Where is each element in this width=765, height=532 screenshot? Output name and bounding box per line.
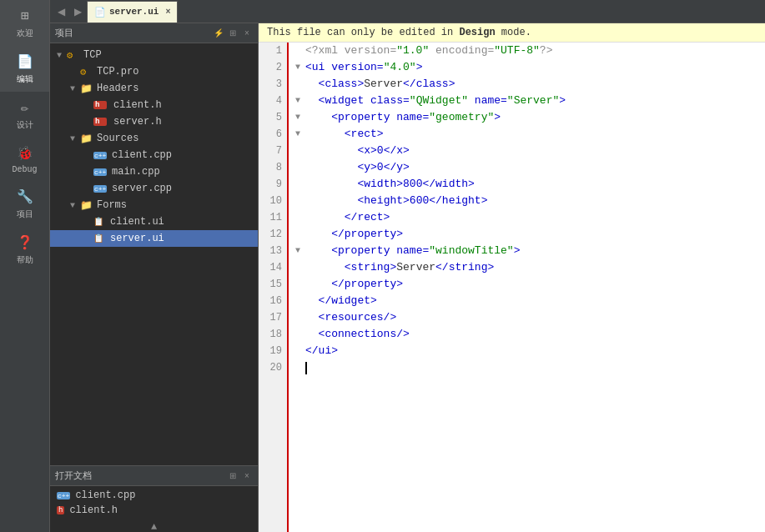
tree-node-server-ui[interactable]: 📋 server.ui xyxy=(50,230,258,247)
tree-node-client-ui[interactable]: 📋 client.ui xyxy=(50,213,258,230)
file-tree-panel: 项目 ⚡ ⊞ × ▼ ⚙ TCP ⚙ TCP.pro xyxy=(50,23,259,532)
code-line-8: <y>0</y> xyxy=(295,159,758,176)
sidebar-item-edit[interactable]: 📄 编辑 xyxy=(0,46,49,92)
sources-label: Sources xyxy=(97,133,138,144)
main-area: ◀ ▶ 📄 server.ui × 项目 ⚡ ⊞ × ▼ ⚙ xyxy=(50,0,765,532)
ln-12: 12 xyxy=(259,226,287,243)
file-tree: ▼ ⚙ TCP ⚙ TCP.pro ▼ 📁 Headers xyxy=(50,43,258,465)
code-line-19: </ui> xyxy=(295,343,758,359)
code-line-12: </property> xyxy=(295,226,758,243)
line-numbers: 1 2 3 4 5 6 7 8 9 10 11 12 13 14 15 16 1 xyxy=(259,43,289,532)
tree-node-client-cpp[interactable]: c++ client.cpp xyxy=(50,147,258,163)
code-line-5: ▼ <property name="geometry"> xyxy=(295,109,758,126)
tab-close-button[interactable]: × xyxy=(165,8,170,17)
main-cpp-label: main.cpp xyxy=(112,166,160,178)
sources-icon: 📁 xyxy=(80,133,93,145)
panel-controls: ⚡ ⊞ × xyxy=(213,28,253,39)
panel-title: 项目 xyxy=(55,27,73,39)
open-docs-controls: ⊞ × xyxy=(227,470,253,482)
tree-node-server-h[interactable]: h server.h xyxy=(50,113,258,130)
tcp-label: TCP xyxy=(83,49,102,61)
code-line-15: </property> xyxy=(295,276,758,293)
sidebar-item-help[interactable]: ❓ 帮助 xyxy=(0,227,49,273)
ln-16: 16 xyxy=(259,293,287,309)
main-cpp-icon: c++ xyxy=(93,168,107,176)
ln-2: 2 xyxy=(259,59,287,76)
forms-icon: 📁 xyxy=(80,199,93,212)
code-line-6: ▼ <rect> xyxy=(295,126,758,143)
open-docs-title: 打开文档 xyxy=(55,469,92,482)
welcome-icon: ⊞ xyxy=(16,7,34,25)
headers-label: Headers xyxy=(97,83,138,94)
ln-10: 10 xyxy=(259,193,287,209)
sidebar-item-project[interactable]: 🔧 项目 xyxy=(0,181,49,227)
open-docs-close[interactable]: × xyxy=(241,470,253,482)
tree-node-tcp-pro[interactable]: ⚙ TCP.pro xyxy=(50,63,258,80)
ln-5: 5 xyxy=(259,109,287,126)
client-ui-label: client.ui xyxy=(110,216,164,228)
tab-nav-back[interactable]: ◀ xyxy=(53,4,68,19)
code-line-7: <x>0</x> xyxy=(295,143,758,159)
open-docs-header: 打开文档 ⊞ × xyxy=(50,466,258,486)
editor-area: This file can only be edited in Design m… xyxy=(259,23,765,532)
code-editor[interactable]: 1 2 3 4 5 6 7 8 9 10 11 12 13 14 15 16 1 xyxy=(259,43,765,532)
headers-icon: 📁 xyxy=(80,83,93,95)
client-ui-icon: 📋 xyxy=(93,217,107,227)
sidebar-label-debug: Debug xyxy=(12,165,37,174)
client-cpp-doc-label: client.cpp xyxy=(75,489,135,501)
panel-expand-btn[interactable]: ⊞ xyxy=(227,28,239,39)
client-cpp-doc-icon: c++ xyxy=(57,492,70,499)
tree-node-client-h[interactable]: h client.h xyxy=(50,97,258,113)
code-line-13: ▼ <property name="windowTitle"> xyxy=(295,243,758,259)
tree-node-main-cpp[interactable]: c++ main.cpp xyxy=(50,163,258,180)
open-doc-client-cpp[interactable]: c++ client.cpp xyxy=(57,488,251,503)
code-line-2: ▼ <ui version="4.0"> xyxy=(295,59,758,76)
tab-bar: ◀ ▶ 📄 server.ui × xyxy=(50,0,765,23)
open-docs-expand[interactable]: ⊞ xyxy=(227,470,239,482)
ln-7: 7 xyxy=(259,143,287,159)
code-line-14: <string>Server</string> xyxy=(295,259,758,276)
panel-filter-btn[interactable]: ⚡ xyxy=(213,28,224,39)
ln-9: 9 xyxy=(259,176,287,193)
client-cpp-label: client.cpp xyxy=(112,149,172,161)
client-h-doc-label: client.h xyxy=(69,504,118,516)
code-line-1: <?xml version="1.0" encoding="UTF-8"?> xyxy=(295,43,758,59)
panel-close-btn[interactable]: × xyxy=(241,28,253,39)
ln-14: 14 xyxy=(259,259,287,276)
help-icon: ❓ xyxy=(16,233,34,252)
tcp-icon: ⚙ xyxy=(67,49,80,62)
sidebar-item-design[interactable]: ✏️ 设计 xyxy=(0,92,49,138)
open-doc-client-h[interactable]: h client.h xyxy=(57,503,251,518)
open-docs-panel: 打开文档 ⊞ × c++ client.cpp h client.h xyxy=(50,465,258,532)
ln-1: 1 xyxy=(259,43,287,59)
ln-11: 11 xyxy=(259,209,287,226)
tree-node-forms[interactable]: ▼ 📁 Forms xyxy=(50,197,258,213)
tab-nav-forward[interactable]: ▶ xyxy=(70,4,85,19)
code-content: <?xml version="1.0" encoding="UTF-8"?> ▼… xyxy=(289,43,765,532)
tab-label: server.ui xyxy=(109,7,159,17)
sidebar-label-design: 设计 xyxy=(17,119,33,131)
ln-19: 19 xyxy=(259,343,287,359)
tree-node-headers[interactable]: ▼ 📁 Headers xyxy=(50,80,258,97)
sidebar-item-debug[interactable]: 🐞 Debug xyxy=(0,138,49,181)
ln-20: 20 xyxy=(259,359,287,376)
debug-icon: 🐞 xyxy=(16,144,34,163)
ln-6: 6 xyxy=(259,126,287,143)
tree-node-sources[interactable]: ▼ 📁 Sources xyxy=(50,130,258,147)
tree-node-server-cpp[interactable]: c++ server.cpp xyxy=(50,180,258,197)
banner-text-before: This file can only be edited in xyxy=(267,27,459,38)
edit-icon: 📄 xyxy=(16,53,34,71)
tree-node-tcp[interactable]: ▼ ⚙ TCP xyxy=(50,47,258,63)
sidebar-item-welcome[interactable]: ⊞ 欢迎 xyxy=(0,0,49,46)
code-line-4: ▼ <widget class="QWidget" name="Server"> xyxy=(295,93,758,109)
server-ui-label: server.ui xyxy=(110,233,164,244)
tcp-pro-icon: ⚙ xyxy=(80,66,93,78)
ln-13: 13 xyxy=(259,243,287,259)
code-line-9: <width>800</width> xyxy=(295,176,758,193)
tab-server-ui[interactable]: 📄 server.ui × xyxy=(87,1,178,23)
server-h-label: server.h xyxy=(113,116,162,128)
server-cpp-icon: c++ xyxy=(93,185,107,193)
code-line-3: <class>Server</class> xyxy=(295,76,758,93)
sidebar-label-help: 帮助 xyxy=(17,254,33,266)
client-h-doc-icon: h xyxy=(57,506,64,514)
